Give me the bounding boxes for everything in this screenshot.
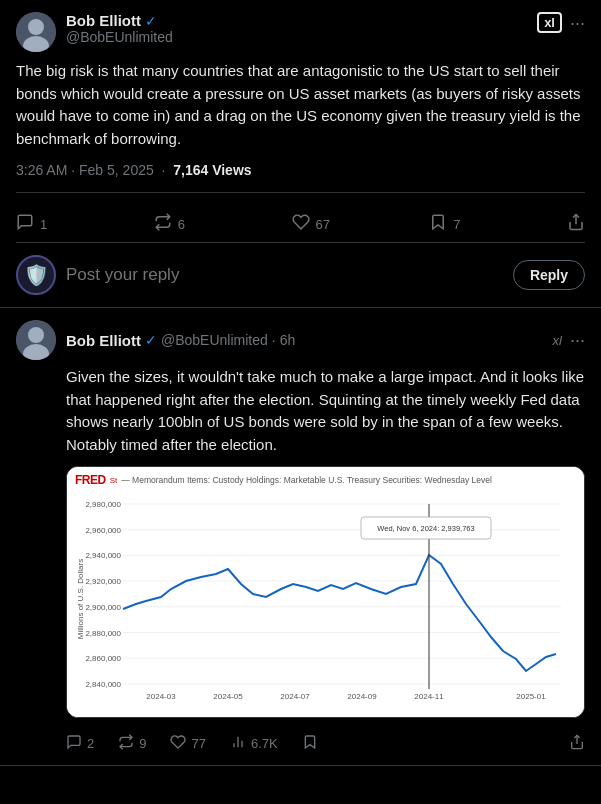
like-count-2: 77 — [191, 736, 205, 751]
bookmark-icon — [429, 213, 447, 236]
reply-input[interactable] — [66, 265, 503, 285]
svg-text:2,920,000: 2,920,000 — [85, 577, 121, 586]
svg-text:2,960,000: 2,960,000 — [85, 526, 121, 535]
tweet-2-body: Given the sizes, it wouldn't take much t… — [16, 366, 585, 456]
reply-avatar: 🛡️ — [16, 255, 56, 295]
display-name-2[interactable]: Bob Elliott — [66, 332, 141, 349]
username-2[interactable]: @BobEUnlimited — [161, 332, 268, 348]
tweet-top-actions: xl ··· — [537, 12, 585, 33]
tweet-1: Bob Elliott ✓ @BobEUnlimited xl ··· The … — [0, 0, 601, 308]
reply-stat-2[interactable]: 2 — [66, 734, 94, 753]
reply-box: 🛡️ Reply — [16, 255, 585, 295]
bookmark-icon-2 — [302, 734, 318, 753]
time-ago-value: 6h — [280, 332, 296, 348]
verified-icon: ✓ — [145, 13, 157, 29]
svg-text:2,880,000: 2,880,000 — [85, 629, 121, 638]
reply-icon — [16, 213, 34, 236]
user-info: Bob Elliott ✓ @BobEUnlimited — [66, 12, 527, 45]
svg-text:2,940,000: 2,940,000 — [85, 551, 121, 560]
svg-text:2024-05: 2024-05 — [213, 692, 243, 701]
svg-text:2,860,000: 2,860,000 — [85, 654, 121, 663]
verified-icon-2: ✓ — [145, 332, 157, 348]
tweet-2-stats: 2 9 77 — [16, 730, 585, 753]
svg-text:2024-03: 2024-03 — [146, 692, 176, 701]
more-button-2[interactable]: ··· — [570, 331, 585, 349]
reply-stat[interactable]: 1 — [16, 213, 154, 236]
timestamp: 3:26 AM · Feb 5, 2025 — [16, 162, 154, 178]
like-icon-2 — [170, 734, 186, 753]
xl-badge-2: xl — [553, 333, 562, 348]
tweet-body: The big risk is that many countries that… — [16, 60, 585, 150]
more-button[interactable]: ··· — [570, 14, 585, 32]
fred-sub: St — [110, 476, 118, 485]
views-count[interactable]: 7,164 Views — [173, 162, 251, 178]
tweet-2-header: Bob Elliott ✓ @BobEUnlimited · 6h xl ··· — [16, 320, 585, 360]
retweet-count: 6 — [178, 217, 185, 232]
username[interactable]: @BobEUnlimited — [66, 29, 527, 45]
avatar[interactable] — [16, 12, 56, 52]
tweet-1-header: Bob Elliott ✓ @BobEUnlimited xl ··· — [16, 12, 585, 52]
svg-rect-7 — [71, 489, 569, 709]
share-icon-2 — [569, 734, 585, 753]
tweet2-top-actions: xl ··· — [553, 331, 585, 349]
svg-point-1 — [28, 19, 44, 35]
retweet-count-2: 9 — [139, 736, 146, 751]
reply-icon-2 — [66, 734, 82, 753]
share-stat[interactable] — [567, 213, 585, 236]
like-icon — [292, 213, 310, 236]
svg-text:2,840,000: 2,840,000 — [85, 680, 121, 689]
retweet-stat-2[interactable]: 9 — [118, 734, 146, 753]
retweet-stat[interactable]: 6 — [154, 213, 292, 236]
fred-chart: FRED St — Memorandum Items: Custody Hold… — [66, 466, 585, 718]
bookmark-stat[interactable]: 7 — [429, 213, 567, 236]
svg-point-5 — [28, 327, 44, 343]
chart-svg: Millions of U.S. Dollars 2,980,000 2,960… — [71, 489, 569, 709]
tweet-2: Bob Elliott ✓ @BobEUnlimited · 6h xl ···… — [0, 308, 601, 766]
share-stat-2[interactable] — [569, 734, 585, 753]
svg-text:2024-11: 2024-11 — [414, 692, 444, 701]
svg-text:2024-09: 2024-09 — [347, 692, 377, 701]
like-stat[interactable]: 67 — [292, 213, 430, 236]
y-axis-label: Millions of U.S. Dollars — [76, 559, 85, 639]
tweet-meta: 3:26 AM · Feb 5, 2025 · 7,164 Views — [16, 162, 585, 193]
share-icon — [567, 213, 585, 236]
reply-name-row: Bob Elliott ✓ @BobEUnlimited · 6h — [66, 332, 543, 349]
name-row: Bob Elliott ✓ — [66, 12, 527, 29]
chart-title: — Memorandum Items: Custody Holdings: Ma… — [121, 475, 492, 485]
avatar-2[interactable] — [16, 320, 56, 360]
time-ago: · — [272, 332, 276, 348]
bar-chart-icon — [230, 734, 246, 753]
svg-text:2025-01: 2025-01 — [516, 692, 546, 701]
reply-button[interactable]: Reply — [513, 260, 585, 290]
svg-text:2024-07: 2024-07 — [280, 692, 310, 701]
bookmark-stat-2[interactable] — [302, 734, 318, 753]
like-count: 67 — [316, 217, 330, 232]
views-count-2: 6.7K — [251, 736, 278, 751]
like-stat-2[interactable]: 77 — [170, 734, 205, 753]
xl-badge[interactable]: xl — [537, 12, 562, 33]
fred-logo: FRED — [75, 473, 106, 487]
svg-text:2,900,000: 2,900,000 — [85, 603, 121, 612]
user-info-2: Bob Elliott ✓ @BobEUnlimited · 6h — [66, 332, 543, 349]
reply-count: 1 — [40, 217, 47, 232]
reply-count-2: 2 — [87, 736, 94, 751]
bookmark-count: 7 — [453, 217, 460, 232]
views-stat-2[interactable]: 6.7K — [230, 734, 278, 753]
retweet-icon-2 — [118, 734, 134, 753]
svg-text:2,980,000: 2,980,000 — [85, 500, 121, 509]
display-name[interactable]: Bob Elliott — [66, 12, 141, 29]
chart-svg-wrap: Millions of U.S. Dollars 2,980,000 2,960… — [67, 489, 584, 717]
tweet-stats: 1 6 67 — [16, 207, 585, 243]
annotation-text: Wed, Nov 6, 2024: 2,939,763 — [377, 524, 474, 533]
chart-header: FRED St — Memorandum Items: Custody Hold… — [67, 467, 584, 489]
retweet-icon — [154, 213, 172, 236]
